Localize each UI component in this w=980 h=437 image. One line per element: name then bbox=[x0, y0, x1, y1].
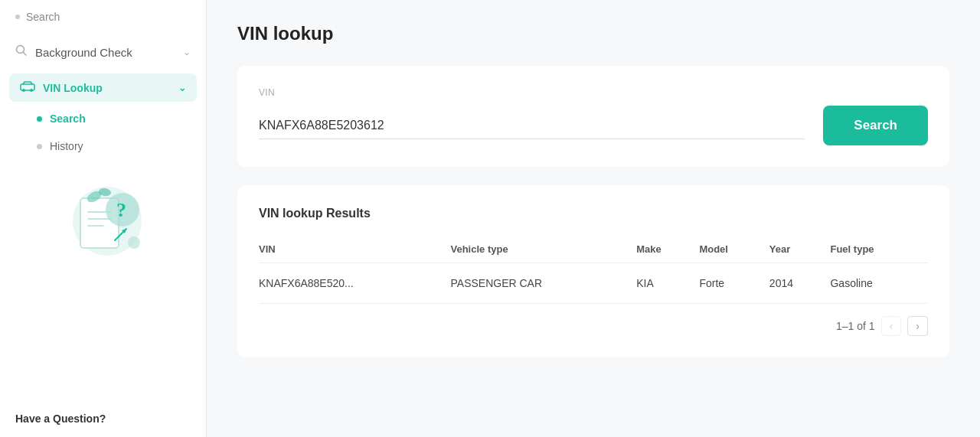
chevron-down-icon: ⌄ bbox=[183, 47, 191, 57]
active-dot-icon bbox=[37, 116, 42, 122]
chevron-down-icon-vin: ⌄ bbox=[178, 83, 186, 93]
page-title: VIN lookup bbox=[237, 23, 949, 44]
sub-item-search-label: Search bbox=[50, 113, 86, 125]
dot-icon-history bbox=[37, 144, 42, 149]
sidebar-item-vin-lookup[interactable]: VIN Lookup ⌄ bbox=[9, 73, 197, 102]
svg-point-3 bbox=[22, 89, 25, 92]
col-fuel-type: Fuel type bbox=[830, 236, 928, 263]
vin-input-section: VIN Search bbox=[237, 66, 949, 167]
pagination-next-button[interactable]: › bbox=[907, 316, 928, 336]
vin-label: VIN bbox=[259, 87, 928, 98]
sidebar-illustration: ? bbox=[50, 175, 157, 259]
col-make: Make bbox=[636, 236, 699, 263]
col-model: Model bbox=[699, 236, 769, 263]
table-row: KNAFX6A88E520... PASSENGER CAR KIA Forte… bbox=[259, 263, 928, 304]
background-check-label: Background Check bbox=[35, 46, 132, 59]
vin-input[interactable] bbox=[259, 113, 805, 139]
cell-fuel-type: Gasoline bbox=[830, 263, 928, 304]
col-year: Year bbox=[769, 236, 831, 263]
pagination-prev-button[interactable]: ‹ bbox=[881, 316, 902, 336]
sub-item-history-label: History bbox=[50, 140, 83, 152]
search-icon bbox=[15, 44, 28, 60]
have-a-question-label: Have a Question? bbox=[15, 413, 106, 425]
table-body: KNAFX6A88E520... PASSENGER CAR KIA Forte… bbox=[259, 263, 928, 304]
sidebar: Search Background Check ⌄ bbox=[0, 0, 207, 437]
cell-model: Forte bbox=[699, 263, 769, 304]
cell-year: 2014 bbox=[769, 263, 831, 304]
car-icon bbox=[20, 81, 35, 94]
pagination-row: 1–1 of 1 ‹ › bbox=[259, 316, 928, 336]
pagination-label: 1–1 of 1 bbox=[836, 320, 875, 332]
svg-point-4 bbox=[30, 89, 33, 92]
search-button[interactable]: Search bbox=[823, 106, 928, 145]
cell-vehicle-type: PASSENGER CAR bbox=[451, 263, 637, 304]
sidebar-item-search-top[interactable]: Search bbox=[0, 0, 206, 34]
sidebar-background-check-header[interactable]: Background Check ⌄ bbox=[0, 34, 206, 70]
svg-point-14 bbox=[128, 236, 140, 249]
vin-lookup-label: VIN Lookup bbox=[43, 82, 103, 94]
cell-vin: KNAFX6A88E520... bbox=[259, 263, 451, 304]
table-header: VIN Vehicle type Make Model Year Fuel ty… bbox=[259, 236, 928, 263]
results-title: VIN lookup Results bbox=[259, 207, 928, 220]
sidebar-top-search-label: Search bbox=[26, 11, 60, 23]
dot-icon bbox=[15, 15, 20, 19]
col-vin: VIN bbox=[259, 236, 451, 263]
results-table: VIN Vehicle type Make Model Year Fuel ty… bbox=[259, 236, 928, 304]
sidebar-footer-question: Have a Question? bbox=[0, 400, 206, 437]
main-content: VIN lookup VIN Search VIN lookup Results… bbox=[207, 0, 980, 437]
svg-text:?: ? bbox=[116, 199, 126, 221]
sidebar-sub-item-search[interactable]: Search bbox=[0, 105, 206, 132]
svg-line-1 bbox=[24, 53, 27, 56]
results-section: VIN lookup Results VIN Vehicle type Make… bbox=[237, 185, 949, 357]
col-vehicle-type: Vehicle type bbox=[451, 236, 637, 263]
sidebar-sub-item-history[interactable]: History bbox=[0, 132, 206, 160]
cell-make: KIA bbox=[636, 263, 699, 304]
sidebar-background-check-section: Background Check ⌄ VIN Lookup ⌄ Search bbox=[0, 34, 206, 160]
vin-input-row: Search bbox=[259, 106, 928, 145]
